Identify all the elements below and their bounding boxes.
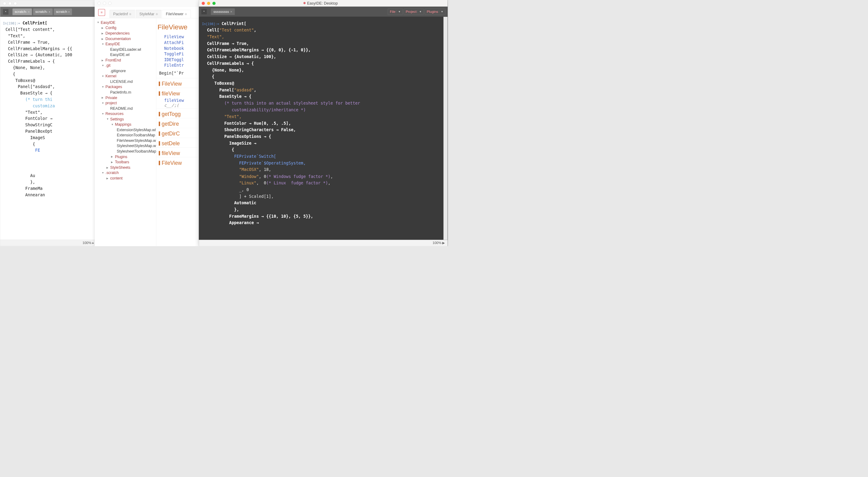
doc-subentry[interactable]: fileView c__/;( xyxy=(156,98,197,108)
tree-file[interactable]: EasyIDE.wl xyxy=(95,52,156,58)
tab-pacletinfo[interactable]: PacletInf⊗ xyxy=(110,10,135,18)
tree-file[interactable]: ExtensionStylesMap.wl xyxy=(95,127,156,133)
zoom-level[interactable]: 100% xyxy=(432,241,441,245)
hamburger-menu-button[interactable]: ≡ xyxy=(98,9,105,16)
tree-folder[interactable]: ▼Settings xyxy=(95,117,156,122)
chevron-right-icon[interactable]: ▶ xyxy=(111,161,114,164)
chevron-down-icon[interactable]: ▼ xyxy=(439,10,443,13)
app-badge[interactable]: * xyxy=(3,9,9,15)
tree-root[interactable]: ▼EasyIDE xyxy=(95,20,156,25)
chevron-right-icon[interactable]: ▶ xyxy=(111,155,114,158)
chevron-down-icon[interactable]: ▼ xyxy=(101,75,104,78)
tab-scratch-2[interactable]: scratch-× xyxy=(33,8,52,15)
minimize-icon[interactable] xyxy=(207,2,210,5)
tree-file[interactable]: StylesheetToolbarsMap xyxy=(95,149,156,154)
close-tab-icon[interactable]: × xyxy=(68,10,70,13)
doc-section-header[interactable]: FileView xyxy=(156,157,197,167)
close-tab-icon[interactable]: × xyxy=(230,9,232,13)
tree-folder[interactable]: ▶FrontEnd xyxy=(95,58,156,63)
doc-link[interactable]: FileEntr xyxy=(156,62,197,68)
tree-folder[interactable]: ▼.scratch xyxy=(95,170,156,176)
tree-file[interactable]: README.md xyxy=(95,106,156,111)
doc-link[interactable]: FileView xyxy=(156,34,197,40)
tree-file[interactable]: PacletInfo.m xyxy=(95,90,156,95)
tree-folder[interactable]: ▼.git xyxy=(95,63,156,68)
doc-section-header[interactable]: getDire xyxy=(156,118,197,128)
code-editor[interactable]: In[198]:= CellPrint[ Cell["Test content"… xyxy=(0,17,96,240)
doc-link[interactable]: ToggleFi xyxy=(156,51,197,57)
chevron-right-icon[interactable]: ▶ xyxy=(106,166,109,169)
close-tab-icon[interactable]: ⊗ xyxy=(156,12,158,15)
chevron-down-icon[interactable]: ▼ xyxy=(101,86,104,88)
chevron-down-icon[interactable]: ▼ xyxy=(396,10,401,13)
tab-stylemar[interactable]: StyleMar⊗ xyxy=(136,10,161,18)
tree-folder[interactable]: ▼Mappings xyxy=(95,122,156,127)
close-tab-icon[interactable]: × xyxy=(28,10,29,13)
tree-folder[interactable]: ▶Private xyxy=(95,95,156,101)
minimize-icon[interactable] xyxy=(8,2,11,5)
doc-link[interactable]: IDEToggl xyxy=(156,57,197,63)
chevron-right-icon[interactable]: ▶ xyxy=(442,241,445,245)
chevron-right-icon[interactable]: ▶ xyxy=(101,59,104,62)
chevron-down-icon[interactable]: ▼ xyxy=(101,101,104,104)
close-icon[interactable] xyxy=(202,2,205,5)
tree-folder[interactable]: ▶content xyxy=(95,176,156,181)
tree-folder[interactable]: ▶Dependencies xyxy=(95,31,156,36)
doc-section-header[interactable]: FileView xyxy=(156,78,197,88)
tree-file[interactable]: StylesheetStylesMap.w xyxy=(95,144,156,149)
zoom-icon[interactable] xyxy=(213,2,216,5)
tab-scratch-3[interactable]: scratch× xyxy=(54,8,72,15)
chevron-down-icon[interactable]: ▼ xyxy=(101,42,104,45)
close-tab-icon[interactable]: ⊗ xyxy=(185,12,187,15)
chevron-right-icon[interactable]: ▶ xyxy=(106,177,109,180)
doc-section-header[interactable]: fileView xyxy=(156,88,197,98)
doc-link[interactable]: AttachFi xyxy=(156,40,197,45)
tab-fileviewer[interactable]: FileViewer⊗ xyxy=(162,10,190,18)
chevron-down-icon[interactable]: ▼ xyxy=(106,118,109,121)
tree-folder[interactable]: ▶Documentation xyxy=(95,36,156,41)
doc-section-header[interactable]: getTogg xyxy=(156,108,197,118)
file-tree[interactable]: ▼EasyIDE ▶Config▶Dependencies▶Documentat… xyxy=(95,18,156,246)
close-icon[interactable] xyxy=(98,2,101,5)
tree-folder[interactable]: ▶Toolbars xyxy=(95,159,156,165)
code-editor-dark[interactable]: In[198]:= CellPrint[ Cell["Test content"… xyxy=(199,17,447,240)
chevron-right-icon[interactable]: ▶ xyxy=(101,96,104,99)
zoom-icon[interactable] xyxy=(108,2,111,5)
close-tab-icon[interactable]: × xyxy=(49,10,50,13)
zoom-level[interactable]: 100% xyxy=(83,241,91,245)
doc-section-header[interactable]: setDele xyxy=(156,137,197,148)
doc-link[interactable]: Notebook xyxy=(156,45,197,51)
tree-file[interactable]: ExtensionToolbarsMap xyxy=(95,132,156,138)
tab-scratch-1[interactable]: scratch-× xyxy=(12,8,32,15)
minimize-icon[interactable] xyxy=(103,2,106,5)
chevron-down-icon[interactable]: ▼ xyxy=(417,10,422,13)
chevron-down-icon[interactable]: ▼ xyxy=(101,64,104,67)
tree-folder[interactable]: ▼Packages xyxy=(95,85,156,90)
doc-section-header[interactable]: getDirC xyxy=(156,128,197,137)
tree-folder[interactable]: ▼project xyxy=(95,100,156,106)
tree-folder[interactable]: ▼Kernel xyxy=(95,73,156,79)
tree-file[interactable]: FileViewerStylesMap.w xyxy=(95,138,156,144)
menu-plugins[interactable]: Plugins▼ xyxy=(425,8,445,15)
tree-folder[interactable]: ▼EasyIDE xyxy=(95,41,156,47)
tree-folder[interactable]: ▶StyleSheets xyxy=(95,165,156,170)
chevron-down-icon[interactable]: ▼ xyxy=(101,112,104,115)
chevron-down-icon[interactable]: ▼ xyxy=(101,171,104,174)
chevron-right-icon[interactable]: ▶ xyxy=(101,37,104,40)
tree-folder[interactable]: ▼Resources xyxy=(95,111,156,117)
tab-sssssssss[interactable]: sssssssss × xyxy=(211,8,235,15)
tree-file[interactable]: .gitignore xyxy=(95,68,156,74)
chevron-down-icon[interactable]: ▼ xyxy=(97,21,100,24)
document-view[interactable]: FileViewe FileViewAttachFiNotebookToggle… xyxy=(156,18,199,246)
app-badge[interactable]: * xyxy=(201,8,207,15)
chevron-right-icon[interactable]: ▶ xyxy=(92,242,94,244)
chevron-right-icon[interactable]: ▶ xyxy=(101,26,104,29)
zoom-icon[interactable] xyxy=(14,2,17,5)
chevron-right-icon[interactable]: ▶ xyxy=(101,32,104,35)
tree-folder[interactable]: ▶Plugins xyxy=(95,154,156,160)
scrollbar[interactable] xyxy=(443,17,447,240)
close-icon[interactable] xyxy=(3,2,6,5)
tree-file[interactable]: LICENSE.md xyxy=(95,79,156,85)
menu-project[interactable]: Project▼ xyxy=(404,8,424,15)
close-tab-icon[interactable]: ⊗ xyxy=(129,12,131,15)
